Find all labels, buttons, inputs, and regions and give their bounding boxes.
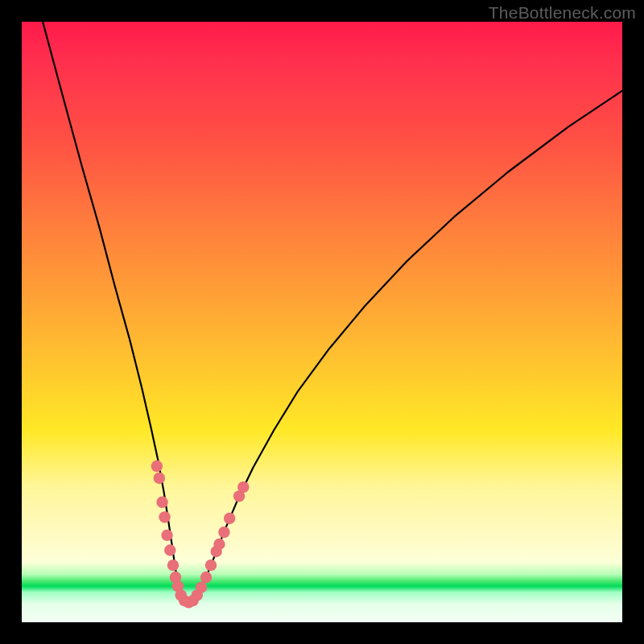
- data-marker: [237, 481, 249, 493]
- bottleneck-curve-svg: [22, 22, 622, 622]
- data-markers: [151, 460, 250, 609]
- plot-area: [22, 22, 622, 622]
- data-marker: [161, 530, 172, 541]
- data-marker: [213, 539, 225, 550]
- data-marker: [167, 559, 179, 571]
- data-marker: [196, 582, 207, 593]
- data-marker: [154, 473, 165, 484]
- data-marker: [200, 572, 212, 583]
- data-marker: [218, 526, 229, 538]
- data-marker: [151, 460, 163, 472]
- data-marker: [164, 544, 175, 555]
- watermark-text: TheBottleneck.com: [489, 3, 636, 23]
- data-marker: [159, 511, 170, 522]
- data-marker: [205, 559, 217, 571]
- bottleneck-curve: [43, 22, 622, 604]
- chart-frame: TheBottleneck.com: [0, 0, 644, 644]
- data-marker: [156, 497, 167, 508]
- data-marker: [224, 513, 235, 524]
